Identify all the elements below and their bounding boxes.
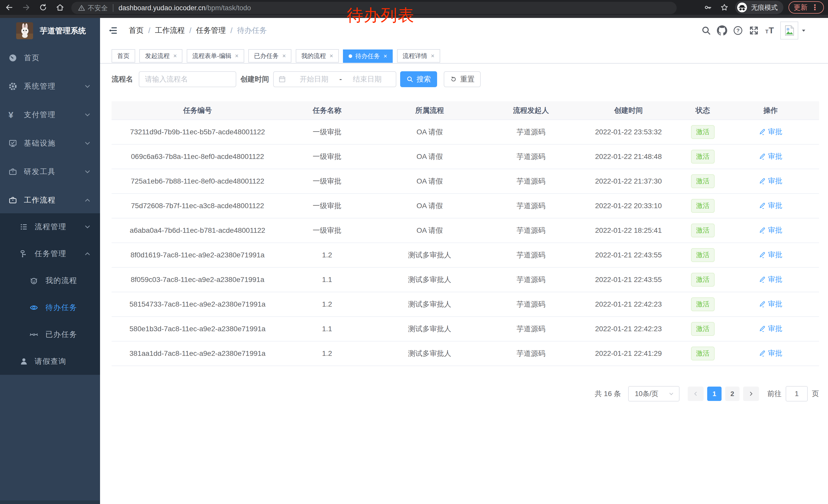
sidebar-item-todo-tasks[interactable]: 待办任务 bbox=[0, 294, 100, 321]
sidebar-collapse-bar[interactable] bbox=[0, 500, 100, 504]
date-range-picker[interactable]: 开始日期 - 结束日期 bbox=[273, 71, 396, 87]
goto-page-input[interactable] bbox=[786, 386, 808, 402]
fullscreen-icon[interactable] bbox=[746, 22, 762, 39]
table-header-row: 任务编号 任务名称 所属流程 流程发起人 创建时间 状态 操作 bbox=[112, 101, 819, 120]
page-button-2[interactable]: 2 bbox=[725, 386, 740, 401]
font-size-icon[interactable]: TT bbox=[762, 22, 778, 39]
sidebar-item-process-mgmt[interactable]: 流程管理 bbox=[0, 213, 100, 240]
page-size-select[interactable]: 10条/页 bbox=[628, 386, 679, 402]
approve-link[interactable]: 审批 bbox=[759, 275, 782, 284]
approve-link[interactable]: 审批 bbox=[759, 151, 782, 161]
tab-process-detail[interactable]: 流程详情 × bbox=[397, 49, 440, 62]
edit-pen-icon bbox=[759, 325, 766, 332]
tab-done-tasks[interactable]: 已办任务 × bbox=[248, 49, 291, 62]
sidebar-menu: 首页 系统管理 ¥ 支付管理 基础设施 bbox=[0, 44, 100, 214]
app-title: 芋道管理系统 bbox=[40, 26, 86, 36]
reload-icon[interactable] bbox=[37, 2, 49, 13]
incognito-label: 无痕模式 bbox=[751, 3, 778, 12]
sidebar-item-workflow[interactable]: 工作流程 bbox=[0, 186, 100, 214]
back-icon[interactable] bbox=[4, 2, 15, 13]
approve-link[interactable]: 审批 bbox=[759, 176, 782, 186]
tab-form-edit[interactable]: 流程表单-编辑 × bbox=[187, 49, 244, 62]
reset-button[interactable]: 重置 bbox=[444, 71, 481, 87]
sidebar-item-done-tasks[interactable]: 已办任务 bbox=[0, 321, 100, 348]
sidebar-item-payment[interactable]: ¥ 支付管理 bbox=[0, 100, 100, 129]
logo-row[interactable]: 芋道管理系统 bbox=[0, 18, 100, 44]
task-starter: 芋道源码 bbox=[489, 120, 573, 144]
close-icon[interactable]: × bbox=[235, 53, 239, 59]
home-icon[interactable] bbox=[54, 2, 66, 13]
approve-link[interactable]: 审批 bbox=[759, 127, 782, 137]
chevron-down-icon bbox=[668, 391, 674, 397]
close-icon[interactable]: × bbox=[282, 53, 286, 59]
table-row: a6aba0a4-7b6d-11ec-b781-acde48001122 一级审… bbox=[112, 218, 819, 243]
close-icon[interactable]: × bbox=[431, 53, 434, 59]
task-id: 75d72608-7b7f-11ec-a3c8-acde48001122 bbox=[112, 193, 283, 218]
close-icon[interactable]: × bbox=[330, 53, 333, 59]
incognito-badge: 无痕模式 bbox=[735, 1, 783, 14]
forward-icon[interactable] bbox=[20, 2, 32, 13]
approve-link[interactable]: 审批 bbox=[759, 349, 782, 358]
tab-home[interactable]: 首页 bbox=[112, 49, 135, 62]
sidebar-item-label: 系统管理 bbox=[24, 81, 56, 92]
monitor-icon bbox=[8, 139, 17, 148]
help-icon[interactable]: ? bbox=[730, 22, 746, 39]
edit-pen-icon bbox=[759, 153, 766, 160]
task-starter: 芋道源码 bbox=[489, 169, 573, 193]
approve-link[interactable]: 审批 bbox=[759, 201, 782, 211]
breadcrumb-item[interactable]: 首页 bbox=[129, 26, 143, 36]
sidebar-item-label: 基础设施 bbox=[24, 138, 56, 148]
search-button[interactable]: 搜索 bbox=[400, 71, 437, 87]
sidebar-item-label: 待办任务 bbox=[45, 303, 77, 313]
top-navbar: 首页 / 工作流程 / 任务管理 / 待办任务 ? bbox=[100, 18, 828, 43]
process-name-input[interactable] bbox=[139, 71, 236, 87]
sidebar-item-system[interactable]: 系统管理 bbox=[0, 72, 100, 100]
approve-link[interactable]: 审批 bbox=[759, 299, 782, 309]
date-range-separator: - bbox=[338, 75, 343, 83]
sidebar-item-infra[interactable]: 基础设施 bbox=[0, 129, 100, 157]
user-avatar[interactable] bbox=[780, 21, 798, 40]
sidebar-item-leave-query[interactable]: 请假查询 bbox=[0, 348, 100, 375]
sidebar-item-home[interactable]: 首页 bbox=[0, 44, 100, 72]
todo-task-table: 任务编号 任务名称 所属流程 流程发起人 创建时间 状态 操作 73211d9d… bbox=[112, 101, 819, 366]
task-name: 一级审批 bbox=[283, 169, 371, 193]
approve-link[interactable]: 审批 bbox=[759, 250, 782, 260]
github-icon[interactable] bbox=[714, 22, 730, 39]
chevron-up-icon bbox=[84, 197, 91, 203]
tab-my-process[interactable]: 我的流程 × bbox=[296, 49, 339, 62]
search-icon[interactable] bbox=[698, 22, 714, 39]
key-icon[interactable] bbox=[702, 2, 714, 13]
bookmark-star-icon[interactable] bbox=[719, 2, 730, 13]
page-button-1[interactable]: 1 bbox=[707, 386, 721, 401]
approve-label: 审批 bbox=[768, 225, 782, 235]
status-badge: 激活 bbox=[691, 125, 715, 139]
tab-label: 发起流程 bbox=[145, 52, 170, 60]
chevron-down-icon bbox=[84, 169, 91, 175]
close-icon[interactable]: × bbox=[383, 53, 387, 59]
approve-link[interactable]: 审批 bbox=[759, 225, 782, 235]
breadcrumb-item[interactable]: 任务管理 bbox=[196, 26, 226, 36]
browser-menu-icon[interactable]: ⋮ bbox=[811, 4, 819, 11]
user-icon bbox=[19, 357, 28, 366]
task-time: 2022-01-22 20:33:10 bbox=[573, 193, 684, 218]
hamburger-icon[interactable] bbox=[108, 25, 119, 36]
breadcrumb-item[interactable]: 工作流程 bbox=[155, 26, 185, 36]
close-icon[interactable]: × bbox=[173, 53, 177, 59]
tab-start-process[interactable]: 发起流程 × bbox=[139, 49, 182, 62]
task-process: OA 请假 bbox=[371, 169, 489, 193]
sidebar-item-task-mgmt[interactable]: 任务管理 bbox=[0, 240, 100, 267]
tab-todo-tasks[interactable]: 待办任务 × bbox=[343, 49, 393, 63]
approve-link[interactable]: 审批 bbox=[759, 324, 782, 333]
task-time: 2022-01-21 22:43:55 bbox=[573, 243, 684, 267]
prev-page-button[interactable] bbox=[688, 386, 704, 401]
url-domain: dashboard.yudao.iocoder.cn bbox=[119, 4, 205, 12]
sidebar-item-my-process[interactable]: 我的流程 bbox=[0, 267, 100, 294]
sidebar-item-devtools[interactable]: 研发工具 bbox=[0, 157, 100, 186]
task-starter: 芋道源码 bbox=[489, 292, 573, 317]
task-name: 1.2 bbox=[283, 341, 371, 366]
next-page-button[interactable] bbox=[743, 386, 759, 401]
column-header: 流程发起人 bbox=[489, 101, 573, 120]
briefcase-icon bbox=[8, 196, 17, 204]
caret-down-icon[interactable] bbox=[801, 28, 806, 33]
update-button[interactable]: 更新 ⋮ bbox=[788, 1, 824, 13]
